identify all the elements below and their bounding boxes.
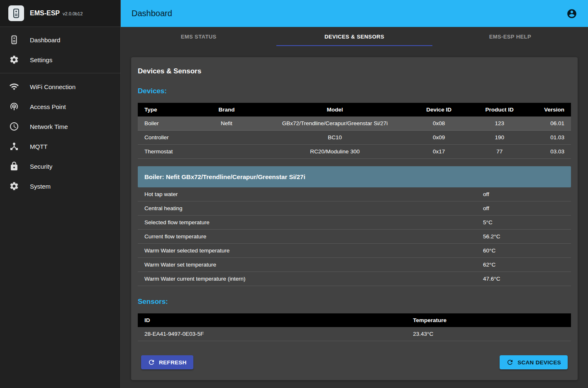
sidebar-item-label: System — [30, 183, 51, 190]
cell-device-id: 0x08 — [406, 116, 471, 131]
app-root: EMS-ESP v2.0.0b12 Dashboard Settings — [0, 0, 588, 388]
app-bar: Dashboard — [121, 0, 588, 27]
cell-product-id: 77 — [471, 145, 528, 159]
cell-type: Thermostat — [138, 145, 190, 159]
content-area: Devices & Sensors Devices: Type Brand Mo… — [121, 46, 588, 388]
tab-bar: EMS STATUS DEVICES & SENSORS EMS-ESP HEL… — [121, 27, 588, 46]
sidebar-item-label: Settings — [30, 56, 52, 63]
sidebar-item-security[interactable]: Security — [0, 156, 120, 176]
sensors-table-header-row: ID Temperature — [138, 313, 571, 327]
column-header-id: ID — [138, 313, 406, 327]
main-column: Dashboard EMS STATUS DEVICES & SENSORS E… — [121, 0, 588, 388]
gear-icon — [9, 181, 19, 191]
sidebar-item-dashboard[interactable]: Dashboard — [0, 30, 120, 50]
device-row-controller[interactable]: Controller BC10 0x09 190 01.03 — [138, 131, 571, 145]
cell-model: RC20/Moduline 300 — [264, 145, 407, 159]
detail-row: Current flow temperature 56.2°C — [138, 230, 571, 244]
column-header-temperature: Temperature — [406, 313, 571, 327]
cell-sensor-id: 28-EA41-9497-0E03-5F — [138, 327, 406, 341]
sidebar-divider — [0, 73, 120, 73]
account-icon[interactable] — [566, 8, 577, 19]
cell-model: GBx72/Trendline/Cerapur/Greenstar Si/27i — [264, 116, 407, 131]
detail-value: 5°C — [483, 219, 564, 226]
sidebar-item-mqtt[interactable]: MQTT — [0, 136, 120, 156]
detail-row: Hot tap water off — [138, 187, 571, 201]
devices-table-header-row: Type Brand Model Device ID Product ID Ve… — [138, 103, 571, 116]
column-header-model: Model — [264, 103, 407, 116]
detail-label: Warm Water selected temperature — [144, 247, 483, 254]
detail-value: off — [483, 205, 564, 211]
detail-row: Central heating off — [138, 201, 571, 216]
devices-table: Type Brand Model Device ID Product ID Ve… — [138, 103, 571, 159]
detail-value: 56.2°C — [483, 233, 564, 240]
card-title: Devices & Sensors — [138, 67, 571, 75]
app-name: EMS-ESP — [30, 10, 60, 17]
cell-brand: Nefit — [190, 116, 263, 131]
cell-brand — [190, 131, 263, 145]
cell-version: 01.03 — [528, 131, 571, 145]
sidebar-item-label: Access Point — [30, 103, 66, 110]
refresh-button-label: REFRESH — [159, 359, 187, 366]
devices-heading: Devices: — [138, 87, 571, 95]
sidebar-item-label: Dashboard — [30, 36, 60, 44]
cell-type: Controller — [138, 131, 190, 145]
sidebar-header: EMS-ESP v2.0.0b12 — [0, 0, 120, 27]
clock-icon — [9, 121, 19, 131]
cell-device-id: 0x09 — [406, 131, 471, 145]
tab-ems-esp-help[interactable]: EMS-ESP HELP — [432, 27, 588, 46]
lock-icon — [9, 161, 19, 171]
action-bar: REFRESH SCAN DEVICES — [138, 355, 571, 369]
device-row-boiler[interactable]: Boiler Nefit GBx72/Trendline/Cerapur/Gre… — [138, 116, 571, 131]
cell-device-id: 0x17 — [406, 145, 471, 159]
sidebar-item-system[interactable]: System — [0, 176, 120, 196]
sidebar-item-network-time[interactable]: Network Time — [0, 116, 120, 136]
detail-value: 62°C — [483, 262, 564, 268]
sidebar-item-label: WiFi Connection — [30, 83, 76, 90]
sidebar-nav: Dashboard Settings WiFi Connection Acc — [0, 27, 120, 196]
device-hub-icon — [9, 141, 19, 151]
cell-version: 06.01 — [528, 116, 571, 131]
sidebar-item-label: Security — [30, 163, 52, 170]
detail-label: Selected flow temperature — [144, 219, 483, 226]
page-title: Dashboard — [132, 9, 172, 18]
cell-sensor-temperature: 23.43°C — [406, 327, 571, 341]
detail-row: Warm Water selected temperature 60°C — [138, 244, 571, 258]
cell-product-id: 190 — [471, 131, 528, 145]
detail-value: off — [483, 191, 564, 197]
sidebar-item-label: MQTT — [30, 143, 48, 150]
device-icon — [9, 35, 19, 45]
cell-brand — [190, 145, 263, 159]
column-header-device-id: Device ID — [406, 103, 471, 116]
column-header-version: Version — [528, 103, 571, 116]
detail-value: 47.6°C — [483, 276, 564, 282]
sidebar-item-access-point[interactable]: Access Point — [0, 97, 120, 116]
tab-devices-sensors[interactable]: DEVICES & SENSORS — [276, 27, 432, 46]
app-version: v2.0.0b12 — [63, 11, 83, 16]
column-header-product-id: Product ID — [471, 103, 528, 116]
detail-row: Warm Water set temperature 62°C — [138, 258, 571, 272]
detail-row: Warm Water current temperature (intern) … — [138, 272, 571, 286]
detail-value: 60°C — [483, 247, 564, 254]
scan-devices-button-label: SCAN DEVICES — [517, 359, 561, 366]
refresh-icon — [148, 359, 155, 366]
scan-devices-button[interactable]: SCAN DEVICES — [500, 355, 568, 369]
sensors-table: ID Temperature 28-EA41-9497-0E03-5F 23.4… — [138, 313, 571, 341]
wifi-icon — [9, 82, 19, 92]
device-row-thermostat[interactable]: Thermostat RC20/Moduline 300 0x17 77 03.… — [138, 145, 571, 159]
detail-label: Current flow temperature — [144, 233, 483, 240]
cell-type: Boiler — [138, 116, 190, 131]
sidebar: EMS-ESP v2.0.0b12 Dashboard Settings — [0, 0, 121, 388]
sidebar-item-settings[interactable]: Settings — [0, 50, 120, 70]
sidebar-item-label: Network Time — [30, 123, 68, 130]
detail-label: Central heating — [144, 205, 483, 211]
gear-icon — [9, 55, 19, 65]
boiler-detail-list: Hot tap water off Central heating off Se… — [138, 187, 571, 286]
refresh-button[interactable]: REFRESH — [141, 355, 193, 369]
tab-ems-status[interactable]: EMS STATUS — [121, 27, 276, 46]
detail-label: Hot tap water — [144, 191, 483, 197]
detail-row: Selected flow temperature 5°C — [138, 216, 571, 230]
sidebar-item-wifi-connection[interactable]: WiFi Connection — [0, 77, 120, 97]
refresh-icon — [506, 359, 514, 366]
column-header-type: Type — [138, 103, 190, 116]
wifi-tethering-icon — [9, 102, 19, 112]
